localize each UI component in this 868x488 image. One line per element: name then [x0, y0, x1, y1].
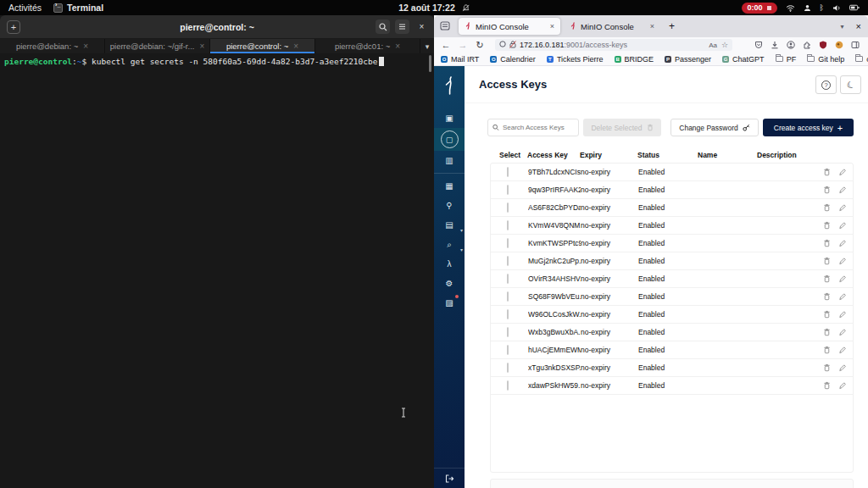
edit-row-icon[interactable]	[838, 186, 846, 194]
tab-close-icon[interactable]: ×	[395, 42, 400, 51]
site-info-icon[interactable]	[499, 41, 506, 49]
edit-row-icon[interactable]	[838, 239, 846, 247]
sidebar-item-inspect[interactable]: ⌕ ▾	[434, 235, 465, 254]
delete-row-icon[interactable]	[823, 381, 831, 390]
delete-row-icon[interactable]	[823, 168, 831, 176]
table-row[interactable]: xTgu3nkDSXSP... no-expiry Enabled	[491, 359, 853, 377]
tab-close-icon[interactable]: ×	[650, 22, 654, 30]
browser-tab[interactable]: MinIO Console ×	[564, 18, 660, 35]
system-tray[interactable]: 0:00 ᛒ	[742, 3, 868, 14]
table-row[interactable]: MuGj2nkC2uPp... no-expiry Enabled	[491, 252, 853, 270]
terminal-close-button[interactable]: ×	[415, 19, 429, 34]
edit-row-icon[interactable]	[838, 310, 846, 319]
extension-icon[interactable]	[803, 37, 811, 53]
tab-close-icon[interactable]: ×	[293, 42, 298, 51]
delete-row-icon[interactable]	[823, 186, 831, 194]
sidebar-item-lambda[interactable]: λ	[434, 254, 465, 274]
bookmark-item[interactable]: Git help	[807, 55, 844, 64]
theme-toggle-button[interactable]: ☾	[840, 75, 861, 94]
terminal-tab[interactable]: pierre@dc01: ~ ×	[315, 39, 420, 53]
tab-close-icon[interactable]: ×	[83, 42, 88, 51]
bookmark-item[interactable]: O Mail IRT	[441, 55, 479, 64]
translate-icon[interactable]: Aa	[709, 42, 717, 49]
row-checkbox[interactable]	[507, 167, 509, 177]
tab-list-chevron[interactable]: ▾	[420, 39, 434, 53]
stop-record-icon[interactable]	[767, 6, 771, 10]
delete-row-icon[interactable]	[823, 310, 831, 319]
table-row[interactable]: AS6F82CbPYDa... no-expiry Enabled	[491, 199, 853, 217]
table-row[interactable]: 9qw3PrIRFAAK2... no-expiry Enabled	[491, 181, 853, 199]
delete-row-icon[interactable]	[823, 257, 831, 265]
delete-row-icon[interactable]	[823, 346, 831, 354]
row-checkbox[interactable]	[507, 220, 509, 230]
row-checkbox[interactable]	[507, 185, 509, 195]
bookmark-item[interactable]: PF	[776, 55, 797, 64]
search-input[interactable]	[503, 124, 574, 131]
delete-selected-button[interactable]: Delete Selected	[583, 119, 661, 136]
bookmark-item[interactable]: open-cloud	[855, 55, 868, 64]
sidebar-item-access-keys[interactable]: ▢	[434, 128, 465, 151]
delete-row-icon[interactable]	[823, 328, 831, 336]
search-box[interactable]	[487, 119, 579, 136]
ublock-shield-icon[interactable]	[819, 37, 827, 53]
account-icon[interactable]	[787, 37, 795, 53]
sidebar-item-monitoring[interactable]: ▦	[434, 176, 465, 196]
sidebar-item-object-browser[interactable]: ▣	[434, 108, 465, 128]
bookmark-item[interactable]: G ChatGPT	[722, 55, 765, 64]
tab-close-icon[interactable]: ×	[550, 22, 554, 30]
table-row[interactable]: Wxb3gBwuXbA... no-expiry Enabled	[491, 324, 853, 341]
list-all-tabs-icon[interactable]: ▾	[841, 23, 844, 30]
table-row[interactable]: hUACjEMmEWM... no-expiry Enabled	[491, 341, 853, 359]
table-row[interactable]: SQ68F9WbVEu... no-expiry Enabled	[491, 288, 853, 306]
row-checkbox[interactable]	[507, 345, 509, 355]
table-row[interactable]: 9TBh7LdcxNCIs... no-expiry Enabled	[491, 164, 853, 181]
edit-row-icon[interactable]	[838, 257, 846, 265]
edit-row-icon[interactable]	[838, 292, 846, 301]
sidebar-toggle-icon[interactable]	[851, 37, 860, 53]
terminal-tab[interactable]: pierre@debian: ~ ×	[0, 39, 105, 53]
sidebar-item-events[interactable]: ▤ ▾	[434, 215, 465, 235]
edit-row-icon[interactable]	[838, 221, 846, 230]
sidebar-item-identity[interactable]: ⚲	[434, 196, 465, 215]
terminal-titlebar[interactable]: + pierre@control: ~ ×	[0, 15, 434, 39]
row-checkbox[interactable]	[507, 380, 509, 391]
sidebar-item-license[interactable]: ▨	[434, 293, 465, 313]
terminal-tab[interactable]: pierre@control: ~ ×	[210, 39, 315, 53]
terminal-screen[interactable]: pierre@control:~$ kubectl get secrets -n…	[0, 53, 434, 488]
row-checkbox[interactable]	[507, 274, 509, 284]
window-close-button[interactable]: ×	[856, 21, 861, 31]
delete-row-icon[interactable]	[823, 203, 831, 212]
row-checkbox[interactable]	[507, 238, 509, 248]
delete-row-icon[interactable]	[823, 239, 831, 247]
row-checkbox[interactable]	[507, 202, 509, 213]
edit-row-icon[interactable]	[838, 363, 846, 372]
table-row[interactable]: KVmW4V8QNM... no-expiry Enabled	[491, 217, 853, 235]
addon-icon[interactable]	[835, 37, 843, 53]
change-password-button[interactable]: Change Password	[670, 119, 759, 136]
logout-button[interactable]	[434, 468, 465, 488]
bookmark-item[interactable]: B BRIDGE	[615, 55, 654, 64]
browser-tab[interactable]: MinIO Console ×	[459, 18, 560, 35]
table-row[interactable]: OVirR34AHSHV... no-expiry Enabled	[491, 270, 853, 288]
clock-menu[interactable]: 12 août 17:22	[398, 3, 470, 13]
tab-close-icon[interactable]: ×	[199, 42, 204, 51]
back-icon[interactable]: ←	[439, 41, 453, 50]
edit-row-icon[interactable]	[838, 328, 846, 336]
bookmark-item[interactable]: P Passenger	[665, 55, 711, 64]
delete-row-icon[interactable]	[823, 221, 831, 230]
edit-row-icon[interactable]	[838, 274, 846, 283]
delete-row-icon[interactable]	[823, 363, 831, 372]
new-tab-button[interactable]: +	[7, 20, 20, 34]
edit-row-icon[interactable]	[838, 168, 846, 176]
row-checkbox[interactable]	[507, 291, 509, 302]
bookmark-item[interactable]: T Tickets Pierre	[547, 55, 604, 64]
reload-icon[interactable]: ↻	[473, 41, 487, 50]
table-row[interactable]: KvmKTWSPPtc9... no-expiry Enabled	[491, 235, 853, 252]
new-tab-button[interactable]: +	[669, 20, 675, 32]
create-access-key-button[interactable]: Create access key +	[763, 119, 854, 136]
table-row[interactable]: W96OLCosJkW... no-expiry Enabled	[491, 306, 853, 324]
firefox-view-icon[interactable]	[440, 19, 450, 34]
insecure-lock-icon[interactable]	[509, 41, 516, 50]
forward-icon[interactable]: →	[456, 41, 470, 50]
bookmark-star-icon[interactable]: ☆	[721, 41, 728, 49]
